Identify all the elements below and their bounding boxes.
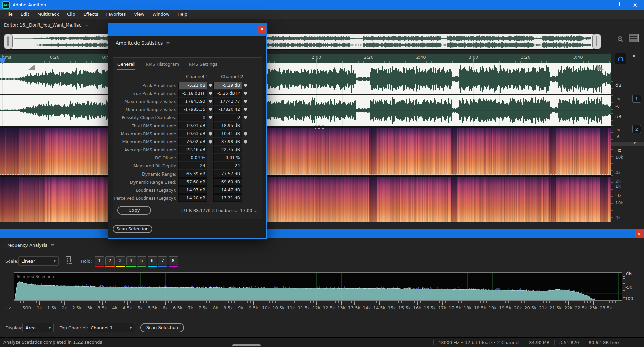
menu-file[interactable]: File [1,10,17,19]
stat-value-ch1[interactable]: -76.02 dB [178,138,207,145]
stat-value-ch1[interactable]: 24 [178,162,207,169]
stat-row[interactable]: Minimum RMS Amplitude:-76.02 dB-87.98 dB [113,138,262,146]
stat-value-ch1[interactable]: -14.20 dB [178,194,207,202]
stat-row[interactable]: Maximum RMS Amplitude:-10.63 dB-10.41 dB [113,130,262,138]
stat-value-ch2[interactable]: 0 [213,114,242,121]
stat-value-ch2[interactable]: 69.60 dB [213,178,242,186]
stat-value-ch2[interactable]: -87.98 dB [213,138,242,145]
dialog-title-bar[interactable]: × [108,23,267,36]
scale-collapse-strip[interactable]: ▼ [611,142,644,146]
pin-tool-icon[interactable] [630,54,638,62]
pin-marker-icon[interactable] [243,91,248,95]
stat-row[interactable]: Peak Amplitude:-5.21 dB-5.29 dB [113,81,262,89]
hold-button-2[interactable]: 2 [105,256,115,265]
zoom-navigate-icon[interactable] [616,35,625,44]
divider-grab-handle[interactable] [315,125,324,129]
pin-marker-icon[interactable] [208,99,213,103]
editor-tab[interactable]: Editor: 16._Don't_You_Want_Me.flac≡ [4,22,89,28]
display-dropdown[interactable]: Area▾ [22,323,54,332]
stat-value-ch1[interactable]: -5.18 dBTP [178,90,207,97]
overview-navigator[interactable] [4,34,601,50]
dialog-scan-selection-button[interactable]: Scan Selection [113,225,152,233]
panel-selection-bar[interactable]: × [0,229,644,238]
pin-marker-icon[interactable] [243,115,248,119]
stat-value-ch1[interactable]: 17843.93 [178,98,207,105]
stat-value-ch1[interactable]: -14.97 dB [178,186,207,194]
pin-marker-icon[interactable] [243,107,248,111]
minimize-button[interactable] [590,0,608,10]
stat-value-ch2[interactable]: 0.01 % [213,154,242,161]
stat-row[interactable]: Average RMS Amplitude:-22.46 dB-22.75 dB [113,146,262,154]
pin-marker-icon[interactable] [208,131,213,136]
stat-value-ch1[interactable]: -17985.35 [178,106,207,113]
duplicate-graph-icon[interactable] [66,256,73,264]
hold-button-4[interactable]: 4 [126,256,136,265]
stat-value-ch2[interactable]: -5.25 dBTP [213,90,242,97]
selection-handle-right-icon[interactable] [597,64,604,70]
pin-marker-icon[interactable] [208,107,213,111]
monitor-button[interactable] [615,53,626,64]
hold-button-8[interactable]: 8 [169,256,178,265]
hold-button-1[interactable]: 1 [95,256,104,265]
tab-general[interactable]: General [117,60,135,70]
stat-value-ch2[interactable]: -18.95 dB [213,122,242,129]
stat-value-ch2[interactable]: -10.41 dB [213,130,242,137]
stat-row[interactable]: DC Offset:0.04 %0.01 % [113,154,262,162]
stat-value-ch2[interactable]: -22.75 dB [213,146,242,153]
stat-value-ch2[interactable]: -17820.42 [213,106,242,113]
menu-view[interactable]: View [130,10,148,19]
stat-row[interactable]: True Peak Amplitude:-5.18 dBTP-5.25 dBTP [113,89,262,97]
frequency-plot[interactable] [14,272,622,301]
channel-2-badge[interactable]: 2 [632,125,641,133]
stat-value-ch1[interactable]: -10.63 dB [178,130,207,137]
stat-value-ch1[interactable]: -22.46 dB [178,146,207,153]
menu-clip[interactable]: Clip [63,10,79,19]
pin-marker-icon[interactable] [208,139,213,144]
stat-value-ch1[interactable]: -19.01 dB [178,122,207,129]
pin-marker-icon[interactable] [243,139,248,144]
dialog-close-button[interactable]: × [258,25,266,33]
stat-row[interactable]: Maximum Sample Value:17843.9317742.77 [113,97,262,105]
stat-value-ch2[interactable]: -13.31 dB [213,194,242,202]
pin-marker-icon[interactable] [243,99,248,103]
overview-left-handle[interactable] [4,34,13,49]
stat-value-ch2[interactable]: -14.47 dB [213,186,242,194]
stat-value-ch1[interactable]: 65.39 dB [178,170,207,178]
stat-row[interactable]: Minimum Sample Value:-17985.35-17820.42 [113,105,262,113]
overview-right-handle[interactable] [592,34,601,49]
stat-value-ch1[interactable]: -5.21 dB [178,82,207,89]
top-channel-dropdown[interactable]: Channel 1▾ [88,323,135,332]
horizontal-scrollbar-thumb[interactable] [232,344,261,346]
scale-dropdown[interactable]: Linear▾ [18,256,59,266]
menu-favorites[interactable]: Favorites [102,10,130,19]
hold-button-7[interactable]: 7 [158,256,167,265]
menu-window[interactable]: Window [148,10,173,19]
pin-marker-icon[interactable] [243,83,248,87]
stat-row[interactable]: Total RMS Amplitude:-19.01 dB-18.95 dB [113,121,262,130]
stat-row[interactable]: Measured Bit Depth:2424 [113,162,262,170]
timeline-ruler[interactable]: hms 0:200:402:002:202:403:003:203:40 [0,54,611,63]
stat-value-ch2[interactable]: 24 [213,162,242,169]
hold-button-5[interactable]: 5 [137,256,146,265]
stat-row[interactable]: Dynamic Range Used:57.60 dB69.60 dB [113,178,262,186]
menu-help[interactable]: Help [173,10,192,19]
selection-handle-left-icon[interactable] [28,64,35,70]
stat-row[interactable]: Perceived Loudness (Legacy):-14.20 dB-13… [113,194,262,202]
stat-row[interactable]: Loudness (Legacy):-14.97 dB-14.47 dB [113,186,262,194]
spectrogram-display[interactable] [0,128,611,222]
pin-marker-icon[interactable] [208,83,213,87]
menu-multitrack[interactable]: Multitrack [33,10,63,19]
tab-rms-histogram[interactable]: RMS Histogram [146,60,179,69]
pin-marker-icon[interactable] [208,115,213,119]
stat-row[interactable]: Possibly Clipped Samples:00 [113,113,262,121]
stat-row[interactable]: Dynamic Range:65.39 dB77.57 dB [113,170,262,178]
panel-close-button[interactable]: × [635,230,643,238]
pin-marker-icon[interactable] [243,131,248,136]
panel-menu-icon[interactable]: ≡ [85,22,89,28]
channel-1-badge[interactable]: 1 [632,95,641,103]
close-button[interactable]: × [626,0,644,10]
dialog-menu-icon[interactable]: ≡ [166,40,170,46]
menu-edit[interactable]: Edit [17,10,33,19]
tab-rms-settings[interactable]: RMS Settings [189,60,217,69]
pin-marker-icon[interactable] [208,91,213,95]
